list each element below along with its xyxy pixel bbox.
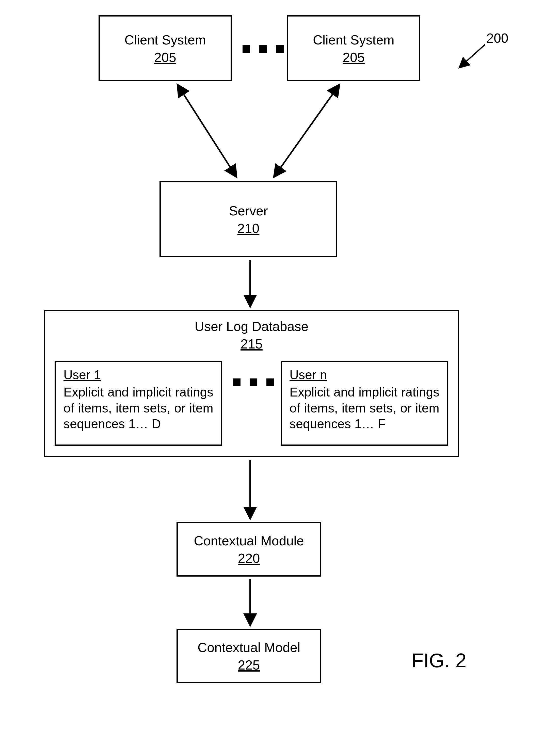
user1-body: Explicit and implicit ratings of items, … <box>63 384 213 432</box>
module-title: Contextual Module <box>194 533 304 549</box>
dot-icon <box>259 45 267 53</box>
db-num: 215 <box>240 336 263 351</box>
server-title: Server <box>229 203 268 219</box>
dot-icon <box>276 45 284 53</box>
usern-title: User n <box>290 368 439 382</box>
module-num: 220 <box>238 551 260 566</box>
dot-icon <box>242 45 250 53</box>
usern-box: User n Explicit and implicit ratings of … <box>281 361 448 446</box>
figure-ref-number: 200 <box>487 30 508 46</box>
dot-icon <box>233 378 240 386</box>
user1-box: User 1 Explicit and implicit ratings of … <box>55 361 222 446</box>
contextual-module-box: Contextual Module 220 <box>177 522 321 577</box>
dot-icon <box>266 378 274 386</box>
usern-body: Explicit and implicit ratings of items, … <box>290 384 439 432</box>
model-title: Contextual Model <box>198 639 300 656</box>
client-b-num: 205 <box>343 50 365 65</box>
client-system-box-b: Client System 205 <box>287 15 420 81</box>
ellipsis-users <box>233 378 274 386</box>
client-a-num: 205 <box>154 50 176 65</box>
dot-icon <box>249 378 257 386</box>
client-a-title: Client System <box>124 32 206 48</box>
svg-line-1 <box>178 85 236 176</box>
user1-title: User 1 <box>63 368 213 382</box>
client-b-title: Client System <box>313 32 394 48</box>
svg-line-2 <box>274 85 339 176</box>
ellipsis-clients <box>242 45 284 53</box>
contextual-model-box: Contextual Model 225 <box>177 629 321 683</box>
svg-line-0 <box>460 45 485 67</box>
figure-label: FIG. 2 <box>411 649 467 672</box>
server-box: Server 210 <box>159 181 337 257</box>
client-system-box-a: Client System 205 <box>98 15 232 81</box>
db-title: User Log Database <box>195 318 308 335</box>
model-num: 225 <box>238 657 260 672</box>
server-num: 210 <box>237 221 260 236</box>
